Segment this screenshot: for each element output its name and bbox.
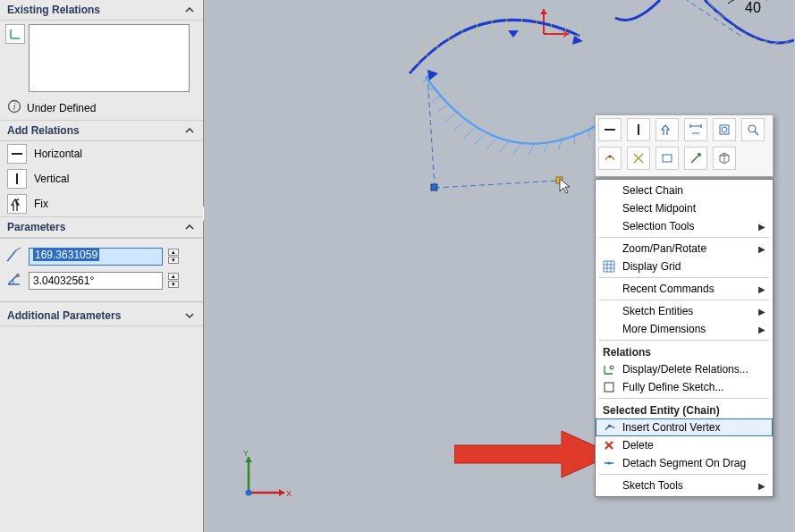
menu-detach-segment[interactable]: Detach Segment On Drag [596,454,773,472]
svg-line-5 [435,181,560,188]
parameters-title: Parameters [7,221,65,233]
add-relations-title: Add Relations [7,124,80,137]
toolbar-view-icon[interactable] [713,147,736,170]
relation-fix[interactable]: Fix [0,191,203,216]
fullydef-icon [601,379,617,395]
relation-icon [5,24,25,44]
detach-icon [601,455,617,471]
menu-fully-define-sketch[interactable]: Fully Define Sketch... [596,378,773,396]
svg-point-28 [608,462,611,465]
chevron-up-icon[interactable] [183,221,196,233]
svg-text:Y: Y [243,449,249,458]
parameters-header[interactable]: Parameters [0,216,203,238]
svg-rect-27 [608,425,611,427]
svg-point-20 [722,127,727,132]
info-icon: i [7,99,21,116]
graphics-area[interactable]: 40 X Y Select Chain Select Midpoint Sele… [204,0,795,532]
length-value: 169.3631059 [33,249,99,261]
angle-input[interactable] [29,272,163,290]
svg-point-14 [246,490,252,496]
define-status: i Under Defined [0,96,203,121]
property-panel: Existing Relations i Under Defined Add R… [0,0,204,532]
insert-vertex-icon [602,419,618,435]
status-label: Under Defined [27,102,96,114]
vertical-icon [7,169,27,189]
menu-delete[interactable]: Delete [596,436,773,454]
menu-recent-commands[interactable]: Recent Commands▶ [596,280,773,298]
chevron-up-icon[interactable] [183,4,196,16]
menu-relations-header: Relations [596,342,773,360]
delete-icon [601,437,617,453]
spin-buttons[interactable]: ▴▾ [168,273,179,288]
angle-dimension: 40 [745,0,761,15]
svg-line-7 [687,0,740,36]
svg-text:X: X [286,489,292,498]
menu-sketch-tools[interactable]: Sketch Tools▶ [596,477,773,494]
parameter-row-angle: a ▴▾ [5,270,198,291]
length-input[interactable]: 169.3631059 [29,248,163,266]
context-toolbar [595,114,774,177]
horizontal-icon [7,144,27,164]
menu-sketch-entities[interactable]: Sketch Entities▶ [596,302,773,320]
menu-selected-entity-header: Selected Entity (Chain) [596,401,773,418]
menu-select-chain[interactable]: Select Chain [596,182,773,199]
svg-rect-24 [663,155,672,162]
menu-display-delete-relations[interactable]: Display/Delete Relations... [596,360,773,378]
existing-relations-header[interactable]: Existing Relations [0,0,203,21]
svg-point-21 [748,125,756,132]
spin-down[interactable]: ▾ [168,257,179,264]
spin-up[interactable]: ▴ [168,273,179,280]
svg-text:i: i [13,102,16,112]
menu-more-dimensions[interactable]: More Dimensions▶ [596,320,773,338]
context-menu: Select Chain Select Midpoint Selection T… [595,179,774,497]
spin-down[interactable]: ▾ [168,281,179,288]
menu-insert-control-vertex[interactable]: Insert Control Vertex [596,418,773,436]
svg-point-23 [609,156,612,158]
callout-arrow-icon [454,429,615,479]
toolbar-exit-icon[interactable] [684,147,707,170]
relation-label: Horizontal [34,148,82,160]
angle-icon: a [5,270,23,291]
relation-vertical[interactable]: Vertical [0,166,203,191]
svg-rect-26 [605,383,613,392]
additional-parameters-header[interactable]: Additional Parameters [0,306,203,326]
svg-line-22 [755,131,758,135]
menu-display-grid[interactable]: Display Grid [596,258,773,275]
chevron-up-icon[interactable] [183,124,196,137]
toolbar-convert-icon[interactable] [598,147,622,170]
view-triad: X Y [240,448,293,505]
relation-horizontal[interactable]: Horizontal [0,141,203,166]
toolbar-zoomfit-icon[interactable] [713,118,736,141]
length-icon [5,246,23,266]
existing-relations-title: Existing Relations [7,4,100,16]
fix-icon [7,194,27,214]
relation-label: Vertical [34,173,69,185]
menu-selection-tools[interactable]: Selection Tools▶ [596,217,773,235]
toolbar-trim-icon[interactable] [627,147,650,170]
toolbar-fix-icon[interactable] [655,118,679,141]
toolbar-rect-icon[interactable] [655,147,679,170]
toolbar-zoomarea-icon[interactable] [741,118,765,141]
svg-text:a: a [16,272,20,278]
menu-select-midpoint[interactable]: Select Midpoint [596,199,773,217]
parameter-row-length: 169.3631059 ▴▾ [5,246,198,266]
svg-point-25 [610,366,613,369]
toolbar-dimension-icon[interactable] [684,118,707,141]
additional-parameters-title: Additional Parameters [7,309,121,322]
svg-rect-8 [431,184,437,190]
relation-label: Fix [34,198,48,210]
spin-up[interactable]: ▴ [168,249,179,256]
chevron-down-icon[interactable] [183,309,196,322]
spin-buttons[interactable]: ▴▾ [168,249,179,264]
toolbar-horizontal-icon[interactable] [598,118,622,141]
add-relations-header[interactable]: Add Relations [0,121,203,141]
grid-icon [601,258,617,274]
toolbar-vertical-icon[interactable] [627,118,650,141]
relations-icon [601,361,617,377]
existing-relations-list[interactable] [29,24,190,92]
menu-zoom-pan-rotate[interactable]: Zoom/Pan/Rotate▶ [596,240,773,258]
